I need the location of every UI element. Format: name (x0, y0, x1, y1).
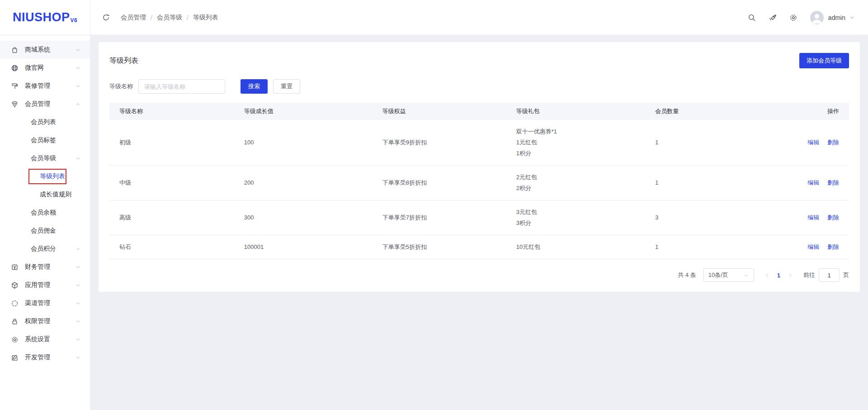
add-member-level-button[interactable]: 添加会员等级 (799, 53, 849, 68)
sidebar-item-label: 商城系统 (25, 46, 50, 54)
page-title: 等级列表 (109, 56, 138, 66)
edit-link[interactable]: 编辑 (807, 243, 819, 250)
gift-cell: 10元红包 (516, 242, 656, 253)
page-size-select[interactable]: 10条/页 (703, 268, 754, 282)
gift-line: 3元红包 (516, 207, 656, 218)
search-form: 等级名称 搜索 重置 (109, 79, 849, 94)
sidebar-item-member-tags[interactable]: 会员标签 (0, 131, 90, 149)
sidebar-item-label: 等级列表 (40, 172, 65, 181)
sidebar-item-label: 会员等级 (31, 154, 56, 162)
level-name-label: 等级名称 (109, 82, 133, 91)
pagination: 共 4 条 10条/页 1 前往 页 (109, 268, 849, 282)
growth-value-cell: 100001 (244, 242, 382, 253)
level-name-cell: 初级 (109, 137, 244, 148)
sidebar-item-member-balance[interactable]: 会员余额 (0, 204, 90, 222)
sidebar-item-micro-site[interactable]: 微官网 (0, 59, 90, 77)
benefit-cell: 下单享受5折折扣 (382, 242, 516, 253)
sidebar-item-member-points[interactable]: 会员积分 (0, 240, 90, 258)
column-header: 等级礼包 (516, 106, 656, 117)
reset-button[interactable]: 重置 (273, 79, 300, 94)
level-name-cell: 中级 (109, 177, 244, 188)
gift-line: 2积分 (516, 183, 656, 194)
sidebar-item-label: 系统设置 (25, 335, 50, 343)
member-count-cell: 1 (655, 177, 756, 188)
sidebar-item-decoration[interactable]: 装修管理 (0, 77, 90, 95)
sidebar-item-channels[interactable]: 渠道管理 (0, 294, 90, 312)
channel-icon (11, 300, 19, 307)
sidebar-item-member-list[interactable]: 会员列表 (0, 113, 90, 131)
level-name-input[interactable] (138, 79, 225, 94)
chevron-up-icon (75, 101, 81, 107)
gear-icon[interactable] (789, 14, 797, 22)
level-table: 等级名称 等级成长值 等级权益 等级礼包 会员数量 操作 初级 100 下单享受… (109, 103, 849, 259)
search-button[interactable]: 搜索 (241, 79, 268, 94)
benefit-cell: 下单享受9折折扣 (382, 137, 516, 148)
actions-cell: 编辑 删除 (756, 137, 849, 148)
table-row: 高级 300 下单享受7折折扣 3元红包 3积分 3 编辑 删除 (109, 200, 849, 235)
chevron-down-icon[interactable] (849, 14, 855, 21)
benefit-cell: 下单享受8折折扣 (382, 177, 516, 188)
refresh-icon[interactable] (102, 14, 110, 21)
sidebar-item-development[interactable]: 开发管理 (0, 348, 90, 367)
chevron-down-icon (75, 319, 81, 324)
sidebar-item-member-level[interactable]: 会员等级 (0, 149, 90, 167)
prev-page-button[interactable] (764, 272, 770, 278)
sidebar-item-shop-system[interactable]: 商城系统 (0, 41, 90, 59)
edit-link[interactable]: 编辑 (807, 139, 819, 146)
brand-version: V6 (70, 17, 77, 24)
chevron-down-icon (75, 65, 81, 71)
chevron-up-icon (75, 156, 81, 162)
breadcrumb-separator: / (151, 14, 152, 21)
gift-line: 3积分 (516, 218, 656, 229)
avatar[interactable] (810, 11, 824, 24)
top-bar: NIUSHOPV6 会员管理 / 会员等级 / 等级列表 admin (0, 0, 868, 35)
brand-logo[interactable]: NIUSHOPV6 (13, 10, 77, 24)
sidebar-item-label: 微官网 (25, 64, 44, 72)
breadcrumb-item[interactable]: 会员等级 (157, 14, 182, 22)
current-page[interactable]: 1 (777, 272, 780, 279)
sidebar-item-label: 会员管理 (25, 100, 50, 108)
sidebar-item-label: 权限管理 (25, 317, 50, 325)
member-badge-icon (11, 100, 19, 108)
rocket-icon[interactable] (769, 14, 777, 22)
sidebar-item-apps[interactable]: 应用管理 (0, 276, 90, 294)
column-header: 等级成长值 (244, 106, 382, 117)
chevron-down-icon (75, 246, 81, 252)
next-page-button[interactable] (788, 272, 793, 278)
benefit-cell: 下单享受7折折扣 (382, 212, 516, 223)
sidebar-item-level-list[interactable]: 等级列表 (0, 167, 90, 186)
sidebar-item-member-management[interactable]: 会员管理 (0, 95, 90, 113)
gift-line: 1元红包 (516, 137, 656, 148)
chevron-down-icon (75, 83, 81, 89)
growth-value-cell: 100 (244, 137, 382, 148)
delete-link[interactable]: 删除 (827, 139, 839, 146)
breadcrumb-item-current: 等级列表 (193, 14, 218, 22)
sidebar-item-member-commission[interactable]: 会员佣金 (0, 222, 90, 240)
delete-link[interactable]: 删除 (827, 179, 839, 186)
sidebar-item-growth-rules[interactable]: 成长值规则 (0, 186, 90, 204)
level-name-cell: 钻石 (109, 242, 244, 253)
search-icon[interactable] (748, 14, 756, 22)
sidebar-item-finance[interactable]: 财务管理 (0, 258, 90, 276)
edit-link[interactable]: 编辑 (807, 214, 819, 221)
gift-line: 1积分 (516, 148, 656, 159)
sidebar-item-permissions[interactable]: 权限管理 (0, 312, 90, 330)
brand-name: NIUSHOP (13, 10, 70, 24)
username[interactable]: admin (828, 14, 845, 21)
chevron-down-icon (75, 355, 81, 361)
lock-icon (11, 318, 19, 325)
breadcrumb-item[interactable]: 会员管理 (121, 14, 146, 22)
goto-label: 前往 (803, 271, 815, 279)
edit-link[interactable]: 编辑 (807, 179, 819, 186)
actions-cell: 编辑 删除 (756, 177, 849, 188)
delete-link[interactable]: 删除 (827, 243, 839, 250)
column-header: 操作 (756, 106, 849, 117)
sidebar-item-system-settings[interactable]: 系统设置 (0, 330, 90, 348)
chevron-down-icon (75, 264, 81, 270)
dev-edit-icon (11, 354, 19, 362)
chevron-down-icon (75, 300, 81, 306)
delete-link[interactable]: 删除 (827, 214, 839, 221)
goto-page-input[interactable] (819, 268, 840, 282)
sidebar-item-label: 会员余额 (31, 209, 56, 217)
sidebar-item-label: 会员标签 (31, 136, 56, 144)
